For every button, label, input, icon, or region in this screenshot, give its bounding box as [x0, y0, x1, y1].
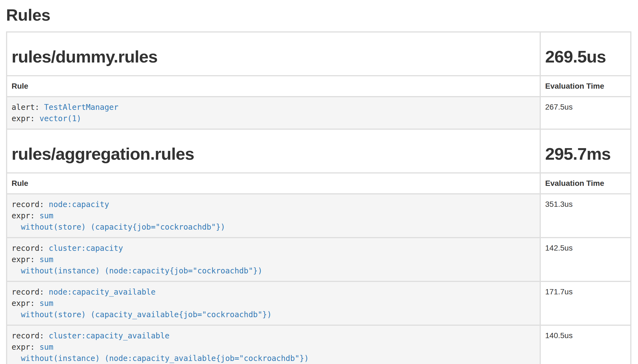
rule-name-link[interactable]: TestAlertManager — [44, 103, 118, 112]
expr-keyword: expr: — [12, 299, 39, 308]
rule-keyword: record: — [12, 287, 49, 297]
rule-name-link[interactable]: node:capacity_available — [49, 287, 156, 297]
rule-definition: record: cluster:capacity_available expr:… — [12, 330, 535, 364]
rule-expr-link[interactable]: sum without(store) (capacity{job="cockro… — [12, 211, 225, 232]
rule-keyword: alert: — [12, 103, 44, 112]
rule-group-header-row: rules/aggregation.rules 295.7ms — [7, 129, 631, 173]
expr-keyword: expr: — [12, 255, 39, 264]
rule-group-name: rules/aggregation.rules — [12, 145, 535, 163]
rule-group-evaluation-time-cell: 269.5us — [540, 32, 631, 76]
rule-row: alert: TestAlertManager expr: vector(1) … — [7, 97, 631, 129]
rule-name-link[interactable]: cluster:capacity — [49, 244, 123, 253]
rule-evaluation-time: 142.5us — [540, 238, 631, 281]
rule-definition: record: node:capacity expr: sum without(… — [12, 199, 535, 233]
rule-keyword: record: — [12, 244, 49, 253]
evaluation-time-column-header: Evaluation Time — [540, 173, 631, 194]
rule-group-evaluation-time: 269.5us — [545, 47, 626, 66]
expr-keyword: expr: — [12, 343, 39, 352]
rule-evaluation-time: 351.3us — [540, 194, 631, 238]
rule-expr-link[interactable]: sum without(store) (capacity_available{j… — [12, 299, 272, 319]
rule-definition: record: node:capacity_available expr: su… — [12, 286, 535, 320]
rules-table: rules/dummy.rules 269.5us Rule Evaluatio… — [6, 31, 631, 364]
rule-row: record: cluster:capacity_available expr:… — [7, 325, 631, 364]
rule-cell: record: node:capacity expr: sum without(… — [7, 194, 540, 238]
rule-cell: record: cluster:capacity_available expr:… — [7, 325, 540, 364]
rule-name-link[interactable]: cluster:capacity_available — [49, 331, 169, 340]
column-header-row: Rule Evaluation Time — [7, 173, 631, 194]
rule-row: record: node:capacity expr: sum without(… — [7, 194, 631, 238]
rule-group-evaluation-time: 295.7ms — [545, 145, 626, 163]
rule-row: record: node:capacity_available expr: su… — [7, 281, 631, 325]
column-header-row: Rule Evaluation Time — [7, 76, 631, 97]
rule-expr-link[interactable]: vector(1) — [39, 114, 81, 123]
rule-cell: record: cluster:capacity expr: sum witho… — [7, 238, 540, 281]
rule-column-header: Rule — [7, 76, 540, 97]
rule-cell: record: node:capacity_available expr: su… — [7, 281, 540, 325]
page-title: Rules — [6, 6, 631, 24]
rule-cell: alert: TestAlertManager expr: vector(1) — [7, 97, 540, 129]
rule-group-evaluation-time-cell: 295.7ms — [540, 129, 631, 173]
rule-expr-link[interactable]: sum without(instance) (node:capacity{job… — [12, 255, 262, 275]
rule-evaluation-time: 140.5us — [540, 325, 631, 364]
rule-evaluation-time: 267.5us — [540, 97, 631, 129]
rule-definition: alert: TestAlertManager expr: vector(1) — [12, 102, 535, 124]
rules-page: Rules rules/dummy.rules 269.5us Rule Eva… — [0, 0, 638, 364]
rule-group-name-cell: rules/dummy.rules — [7, 32, 540, 76]
rule-row: record: cluster:capacity expr: sum witho… — [7, 238, 631, 281]
expr-keyword: expr: — [12, 114, 39, 123]
evaluation-time-column-header: Evaluation Time — [540, 76, 631, 97]
rule-keyword: record: — [12, 200, 49, 209]
expr-keyword: expr: — [12, 211, 39, 220]
rule-column-header: Rule — [7, 173, 540, 194]
rule-expr-link[interactable]: sum without(instance) (node:capacity_ava… — [12, 343, 309, 363]
rule-keyword: record: — [12, 331, 49, 340]
rule-group-name-cell: rules/aggregation.rules — [7, 129, 540, 173]
rule-definition: record: cluster:capacity expr: sum witho… — [12, 243, 535, 276]
rule-group-name: rules/dummy.rules — [12, 47, 535, 66]
rule-evaluation-time: 171.7us — [540, 281, 631, 325]
rule-name-link[interactable]: node:capacity — [49, 200, 109, 209]
rule-group-header-row: rules/dummy.rules 269.5us — [7, 32, 631, 76]
